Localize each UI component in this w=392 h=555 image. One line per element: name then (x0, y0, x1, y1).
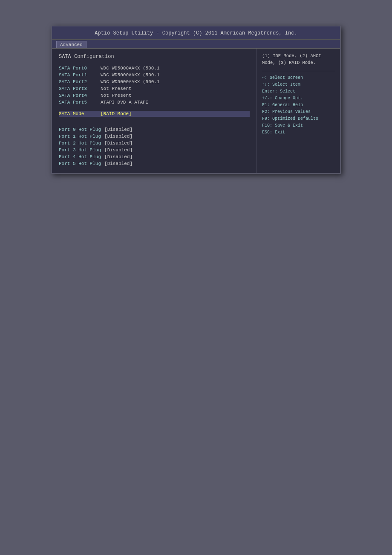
hot-plug-value: [Disabled] (101, 161, 250, 166)
right-panel: (1) IDE Mode, (2) AHCI Mode, (3) RAID Mo… (257, 49, 340, 173)
hot-plug-value: [Disabled] (101, 147, 250, 153)
hot-plug-rows: Port 0 Hot Plug [Disabled] Port 1 Hot Pl… (59, 127, 250, 166)
hot-plug-value: [Disabled] (101, 141, 250, 146)
content-area: SATA Configuration SATA Port0 WDC WD5000… (52, 49, 340, 173)
keybind-item: F1: General Help (262, 102, 335, 109)
divider (262, 71, 335, 71)
keybind-item: Enter: Select (262, 88, 335, 95)
keybind-item: F9: Optimized Defaults (262, 116, 335, 122)
hot-plug-row[interactable]: Port 3 Hot Plug [Disabled] (59, 147, 250, 153)
bios-window: Aptio Setup Utility - Copyright (C) 2011… (51, 26, 341, 174)
keybind-item: F2: Previous Values (262, 109, 335, 116)
port-value: ATAPI DVD A ATAPI (97, 100, 250, 105)
keybind-item: ↔: Select Screen (262, 75, 335, 81)
hot-plug-row[interactable]: Port 0 Hot Plug [Disabled] (59, 127, 250, 132)
port-label: SATA Port4 (59, 93, 97, 98)
hot-plug-label: Port 1 Hot Plug (59, 134, 101, 139)
hot-plug-label: Port 5 Hot Plug (59, 161, 101, 166)
left-panel: SATA Configuration SATA Port0 WDC WD5000… (52, 49, 257, 173)
title-bar: Aptio Setup Utility - Copyright (C) 2011… (52, 26, 340, 40)
keybind-list: ↔: Select Screen↑↓: Select ItemEnter: Se… (262, 75, 335, 136)
hot-plug-label: Port 0 Hot Plug (59, 127, 101, 132)
port-value: WDC WD5000AAKX (500.1 (97, 79, 250, 84)
title-text: Aptio Setup Utility - Copyright (C) 2011… (95, 30, 297, 36)
tab-bar: Advanced (52, 40, 340, 49)
port-label: SATA Port0 (59, 66, 97, 71)
keybind-item: +/-: Change Opt. (262, 95, 335, 102)
keybind-item: F10: Save & Exit (262, 122, 335, 129)
port-row: SATA Port1 WDC WD5000AAKX (500.1 (59, 72, 250, 78)
hot-plug-label: Port 2 Hot Plug (59, 141, 101, 146)
hot-plug-row[interactable]: Port 5 Hot Plug [Disabled] (59, 161, 250, 166)
sata-mode-value: [RAID Mode] (97, 111, 250, 116)
hot-plug-value: [Disabled] (101, 134, 250, 139)
section-title: SATA Configuration (59, 54, 250, 60)
hot-plug-row[interactable]: Port 2 Hot Plug [Disabled] (59, 141, 250, 146)
hot-plug-value: [Disabled] (101, 127, 250, 132)
port-label: SATA Port2 (59, 79, 97, 84)
sata-mode-row[interactable]: SATA Mode [RAID Mode] (59, 111, 250, 117)
hot-plug-value: [Disabled] (101, 154, 250, 159)
port-row: SATA Port4 Not Present (59, 93, 250, 98)
hot-plug-row[interactable]: Port 4 Hot Plug [Disabled] (59, 154, 250, 159)
hot-plug-label: Port 4 Hot Plug (59, 154, 101, 159)
port-row: SATA Port0 WDC WD5000AAKX (500.1 (59, 66, 250, 71)
port-row: SATA Port2 WDC WD5000AAKX (500.1 (59, 79, 250, 84)
help-text: (1) IDE Mode, (2) AHCI Mode, (3) RAID Mo… (262, 53, 335, 66)
sata-mode-label: SATA Mode (59, 111, 97, 116)
keybind-item: ESC: Exit (262, 129, 335, 136)
port-label: SATA Port3 (59, 86, 97, 91)
hot-plug-row[interactable]: Port 1 Hot Plug [Disabled] (59, 134, 250, 139)
port-rows: SATA Port0 WDC WD5000AAKX (500.1 SATA Po… (59, 66, 250, 105)
port-row: SATA Port3 Not Present (59, 86, 250, 91)
port-value: Not Present (97, 86, 250, 91)
port-value: Not Present (97, 93, 250, 98)
keybind-item: ↑↓: Select Item (262, 81, 335, 88)
advanced-tab[interactable]: Advanced (56, 41, 86, 48)
port-label: SATA Port5 (59, 100, 97, 105)
port-value: WDC WD5000AAKX (500.1 (97, 66, 250, 71)
port-value: WDC WD5000AAKX (500.1 (97, 72, 250, 78)
hot-plug-label: Port 3 Hot Plug (59, 147, 101, 153)
port-label: SATA Port1 (59, 72, 97, 78)
port-row: SATA Port5 ATAPI DVD A ATAPI (59, 100, 250, 105)
